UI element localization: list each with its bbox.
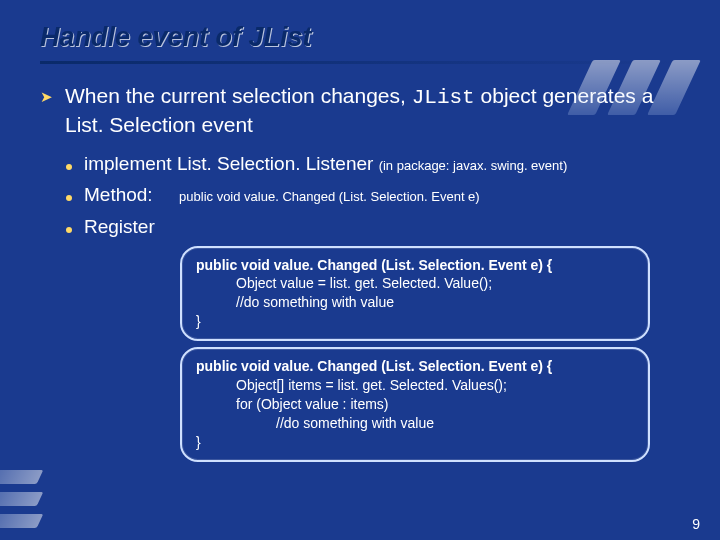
- code-line: }: [196, 434, 201, 450]
- bullet-text: Method: public void value. Changed (List…: [84, 182, 480, 208]
- code-inline: JList: [412, 86, 475, 109]
- dot-icon: [66, 227, 72, 233]
- code-line: //do something with value: [196, 293, 634, 312]
- code-line: //do something with value: [196, 414, 634, 433]
- text: Method:: [84, 184, 153, 205]
- code-box-1: public void value. Changed (List. Select…: [180, 246, 650, 342]
- code-line: Object[] items = list. get. Selected. Va…: [196, 376, 634, 395]
- code-line: Object value = list. get. Selected. Valu…: [196, 274, 634, 293]
- bullet-text: implement List. Selection. Listener (in …: [84, 151, 567, 177]
- code-box-2: public void value. Changed (List. Select…: [180, 347, 650, 461]
- decor-stripes-bottom: [0, 470, 70, 530]
- method-signature: public void value. Changed (List. Select…: [179, 189, 480, 204]
- dot-icon: [66, 164, 72, 170]
- code-signature: public void value. Changed (List. Select…: [196, 358, 552, 374]
- page-number: 9: [692, 516, 700, 532]
- text-small: (in package: javax. swing. event): [379, 158, 568, 173]
- bullet-level2: Method: public void value. Changed (List…: [66, 182, 684, 208]
- code-signature: public void value. Changed (List. Select…: [196, 257, 552, 273]
- bullet-text: Register: [84, 214, 155, 240]
- arrow-icon: ➤: [40, 87, 53, 139]
- dot-icon: [66, 195, 72, 201]
- title-underline: [40, 61, 680, 64]
- bullet-level2: implement List. Selection. Listener (in …: [66, 151, 684, 177]
- bullet-level1-text: When the current selection changes, JLis…: [65, 82, 684, 139]
- text: When the current selection changes,: [65, 84, 412, 107]
- code-line: }: [196, 313, 201, 329]
- code-line: for (Object value : items): [196, 395, 634, 414]
- slide-body: ➤ When the current selection changes, JL…: [0, 82, 720, 462]
- slide-title: Handle event of JList: [0, 0, 720, 59]
- bullet-level2: Register: [66, 214, 684, 240]
- bullet-level1: ➤ When the current selection changes, JL…: [40, 82, 684, 139]
- text: implement List. Selection. Listener: [84, 153, 379, 174]
